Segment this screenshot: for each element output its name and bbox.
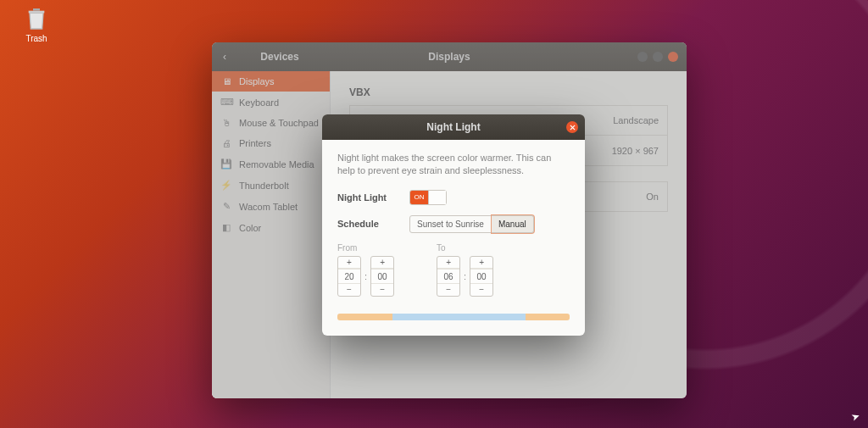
minus-button[interactable]: − <box>338 284 360 296</box>
toggle-knob <box>428 191 446 204</box>
schedule-manual-button[interactable]: Manual <box>492 215 534 233</box>
from-min-spinner[interactable]: + 00 − <box>370 256 394 297</box>
toggle-state: ON <box>410 191 428 204</box>
to-hour-spinner[interactable]: + 06 − <box>437 256 460 297</box>
from-time-group: From + 20 − : + 00 − <box>337 243 394 297</box>
to-time-group: To + 06 − : + 00 − <box>437 243 493 297</box>
dialog-titlebar: Night Light <box>322 114 585 140</box>
minus-button[interactable]: − <box>437 284 459 296</box>
from-hour-value: 20 <box>338 269 360 284</box>
timeline-warm-early <box>337 314 392 320</box>
nightlight-toggle-label: Night Light <box>337 192 409 203</box>
timeline-bar <box>337 314 570 320</box>
from-label: From <box>337 243 394 253</box>
colon: : <box>364 271 367 281</box>
from-min-value: 00 <box>371 269 393 284</box>
colon: : <box>464 271 466 281</box>
to-min-spinner[interactable]: + 00 − <box>470 256 493 297</box>
dialog-description: Night light makes the screen color warme… <box>337 152 570 178</box>
svg-rect-0 <box>33 8 40 11</box>
to-label: To <box>437 243 493 253</box>
timeline-cool <box>392 314 526 320</box>
to-min-value: 00 <box>470 269 492 284</box>
plus-button[interactable]: + <box>371 257 393 269</box>
schedule-sunset-button[interactable]: Sunset to Sunrise <box>409 215 492 233</box>
nightlight-dialog: Night Light Night light makes the screen… <box>322 114 585 336</box>
plus-button[interactable]: + <box>338 257 360 269</box>
dialog-close-button[interactable] <box>566 121 578 133</box>
dialog-title: Night Light <box>426 121 480 133</box>
minus-button[interactable]: − <box>470 284 492 296</box>
trash-icon[interactable]: Trash <box>15 5 58 43</box>
timeline-warm-late <box>526 314 570 320</box>
to-hour-value: 06 <box>437 269 459 284</box>
nightlight-toggle[interactable]: ON <box>409 190 447 205</box>
cursor-icon: ➤ <box>849 410 861 425</box>
schedule-label: Schedule <box>337 219 409 229</box>
plus-button[interactable]: + <box>437 257 459 269</box>
minus-button[interactable]: − <box>371 284 393 296</box>
trash-label: Trash <box>15 34 58 43</box>
plus-button[interactable]: + <box>470 257 492 269</box>
from-hour-spinner[interactable]: + 20 − <box>337 256 361 297</box>
